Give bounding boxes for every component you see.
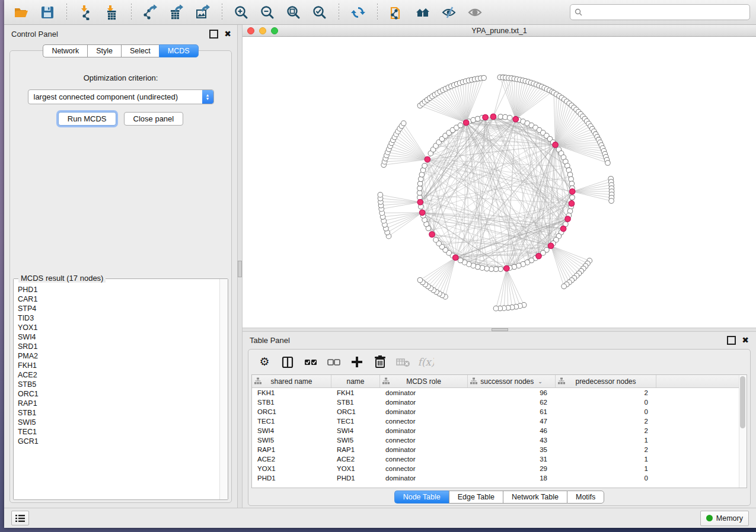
mcds-node[interactable] — [417, 199, 423, 205]
scrollbar-thumb[interactable] — [740, 376, 745, 428]
mcds-result-item[interactable]: SRD1 — [18, 342, 219, 351]
table-row[interactable]: FKH1FKH1dominator962 — [252, 388, 739, 398]
mcds-list-scrollbar[interactable] — [219, 279, 228, 499]
horizontal-splitter[interactable] — [243, 328, 756, 332]
open-file-button[interactable] — [10, 3, 33, 22]
zoom-in-button[interactable] — [230, 3, 253, 22]
table-row[interactable]: TEC1TEC1connector472 — [252, 416, 739, 426]
mcds-node[interactable] — [452, 255, 458, 261]
import-network-button[interactable] — [75, 3, 97, 22]
mcds-result-item[interactable]: SWI4 — [18, 332, 219, 342]
optimization-criterion-select[interactable]: largest connected component (undirected)… — [28, 89, 214, 104]
mcds-result-item[interactable]: ORC1 — [18, 389, 219, 399]
table-settings-button[interactable]: ⚙ — [256, 353, 273, 371]
table-row[interactable]: SWI4SWI4dominator462 — [252, 426, 739, 435]
mcds-result-item[interactable]: PMA2 — [18, 351, 219, 361]
network-canvas[interactable] — [243, 37, 756, 328]
import-table-button[interactable] — [101, 3, 123, 22]
close-panel-icon[interactable]: ✖ — [224, 31, 231, 37]
tab-style[interactable]: Style — [87, 44, 121, 57]
mcds-node[interactable] — [536, 253, 542, 259]
network-overview-button[interactable] — [412, 3, 434, 22]
mcds-node[interactable] — [419, 210, 425, 216]
deselect-all-button[interactable] — [325, 353, 343, 371]
zoom-selected-button[interactable] — [308, 3, 331, 22]
export-table-button[interactable] — [165, 3, 188, 22]
table-row[interactable]: PHD1PHD1dominator180 — [252, 473, 739, 483]
mcds-result-item[interactable]: YOX1 — [18, 323, 219, 332]
mcds-result-item[interactable]: TEC1 — [18, 427, 219, 437]
search-input[interactable] — [585, 7, 745, 17]
mcds-result-item[interactable]: FKH1 — [18, 361, 219, 370]
mcds-result-item[interactable]: STB1 — [18, 408, 219, 418]
column-header-shared-name[interactable]: shared name — [252, 375, 331, 387]
mcds-node[interactable] — [565, 216, 571, 222]
run-mcds-button[interactable]: Run MCDS — [58, 112, 116, 126]
mcds-result-item[interactable]: STP4 — [18, 304, 219, 313]
column-header-predecessor-nodes[interactable]: predecessor nodes — [556, 375, 656, 387]
mcds-node[interactable] — [490, 114, 496, 120]
mcds-node[interactable] — [429, 232, 435, 238]
mcds-node[interactable] — [504, 265, 510, 271]
delete-column-button[interactable] — [371, 353, 389, 371]
mcds-result-item[interactable]: CAR1 — [18, 294, 219, 304]
close-panel-button[interactable]: Close panel — [124, 112, 184, 126]
mcds-result-item[interactable]: SWI5 — [18, 418, 219, 427]
memory-button[interactable]: Memory — [700, 511, 749, 526]
mcds-node[interactable] — [553, 142, 559, 148]
close-panel-icon[interactable]: ✖ — [742, 337, 749, 344]
save-session-button[interactable] — [36, 3, 59, 22]
select-all-button[interactable] — [302, 353, 320, 371]
tab-mcds[interactable]: MCDS — [159, 44, 199, 57]
tab-edge-table[interactable]: Edge Table — [449, 491, 503, 504]
table-row[interactable]: RAP1RAP1dominator352 — [252, 445, 739, 454]
float-panel-icon[interactable] — [727, 336, 736, 345]
table-row[interactable]: YOX1YOX1connector291 — [252, 464, 739, 473]
mcds-node[interactable] — [463, 120, 469, 126]
mcds-node[interactable] — [425, 156, 430, 162]
table-row[interactable]: STB1STB1dominator620 — [252, 398, 739, 407]
table-row[interactable]: ACE2ACE2connector311 — [252, 454, 739, 464]
vertical-splitter[interactable] — [237, 25, 243, 508]
mcds-result-item[interactable]: ACE2 — [18, 370, 219, 380]
add-column-button[interactable] — [348, 353, 366, 371]
splitter-handle[interactable] — [238, 261, 242, 277]
show-column-button[interactable] — [279, 353, 296, 371]
zoom-out-button[interactable] — [256, 3, 279, 22]
column-header-name[interactable]: name — [331, 375, 380, 387]
tab-motifs[interactable]: Motifs — [567, 491, 604, 504]
table-row[interactable]: SWI5SWI5connector431 — [252, 435, 739, 445]
share-document-button[interactable] — [385, 3, 408, 22]
network-graph[interactable] — [243, 37, 756, 332]
export-image-button[interactable] — [192, 3, 214, 22]
column-header-successor-nodes[interactable]: successor nodes⌄ — [468, 375, 556, 387]
task-history-button[interactable] — [11, 511, 29, 525]
float-panel-icon[interactable] — [209, 30, 218, 39]
mcds-result-list[interactable]: PHD1CAR1STP4TID3YOX1SWI4SRD1PMA2FKH1ACE2… — [14, 279, 219, 499]
refresh-button[interactable] — [347, 3, 369, 22]
hide-graphics-details-button[interactable] — [438, 3, 460, 22]
mcds-node[interactable] — [569, 188, 575, 194]
mcds-node[interactable] — [560, 226, 566, 232]
mcds-result-item[interactable]: PHD1 — [18, 285, 219, 294]
tab-network-table[interactable]: Network Table — [503, 491, 567, 504]
search-box[interactable] — [570, 4, 750, 20]
mcds-result-item[interactable]: GCR1 — [18, 437, 219, 446]
mcds-node[interactable] — [483, 114, 489, 120]
tab-network[interactable]: Network — [43, 44, 87, 57]
mcds-node[interactable] — [569, 201, 575, 207]
tab-select[interactable]: Select — [121, 44, 159, 57]
table-scrollbar[interactable] — [739, 375, 747, 488]
mcds-result-item[interactable]: TID3 — [18, 313, 219, 323]
mcds-node[interactable] — [548, 243, 554, 249]
column-header-MCDS-role[interactable]: MCDS role — [380, 375, 468, 387]
show-graphics-details-button[interactable] — [464, 3, 486, 22]
mcds-result-item[interactable]: RAP1 — [18, 399, 219, 408]
tab-node-table[interactable]: Node Table — [394, 491, 449, 504]
table-row[interactable]: ORC1ORC1dominator610 — [252, 407, 739, 416]
mcds-result-item[interactable]: STB5 — [18, 380, 219, 389]
splitter-handle[interactable] — [492, 328, 508, 331]
export-network-button[interactable] — [139, 3, 162, 22]
mcds-node[interactable] — [513, 116, 519, 122]
zoom-fit-button[interactable] — [282, 3, 305, 22]
